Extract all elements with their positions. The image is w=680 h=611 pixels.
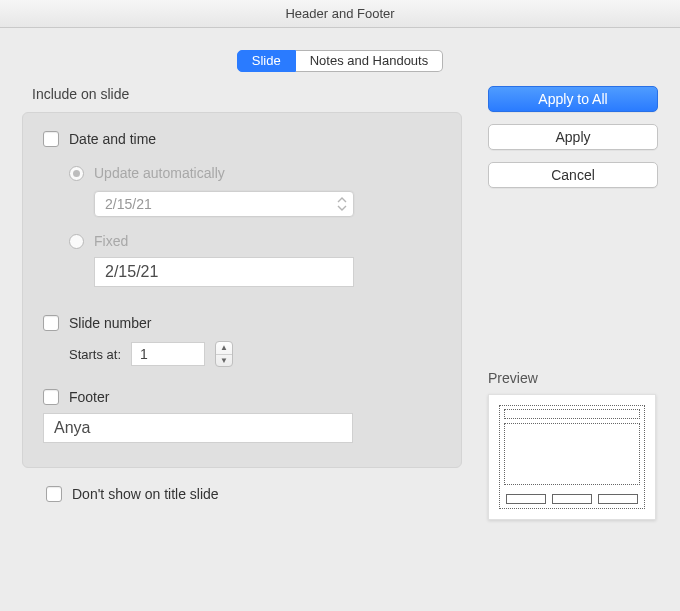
checkbox-date-time[interactable] (43, 131, 59, 147)
preview-date-placeholder (506, 494, 546, 504)
label-dont-show-title: Don't show on title slide (72, 486, 219, 502)
preview-label: Preview (488, 370, 658, 386)
checkbox-dont-show-title[interactable] (46, 486, 62, 502)
tab-bar: Slide Notes and Handouts (22, 50, 658, 72)
preview-thumbnail (488, 394, 656, 520)
label-slide-number: Slide number (69, 315, 152, 331)
label-starts-at: Starts at: (69, 347, 121, 362)
group-include-label: Include on slide (32, 86, 462, 102)
preview-footer-placeholder (552, 494, 592, 504)
preview-title-placeholder (504, 409, 640, 419)
input-footer-text[interactable] (43, 413, 353, 443)
apply-to-all-button[interactable]: Apply to All (488, 86, 658, 112)
label-date-time: Date and time (69, 131, 156, 147)
chevron-up-icon: ▲ (216, 342, 232, 355)
stepper-starts-at[interactable]: ▲ ▼ (215, 341, 233, 367)
select-auto-date-format[interactable]: 2/15/21 (94, 191, 354, 217)
checkbox-footer[interactable] (43, 389, 59, 405)
window-body: Slide Notes and Handouts Include on slid… (0, 28, 680, 540)
label-fixed: Fixed (94, 233, 128, 249)
label-footer: Footer (69, 389, 109, 405)
preview-number-placeholder (598, 494, 638, 504)
apply-button[interactable]: Apply (488, 124, 658, 150)
input-fixed-date[interactable] (94, 257, 354, 287)
radio-update-automatically[interactable] (69, 166, 84, 181)
tab-slide[interactable]: Slide (237, 50, 296, 72)
preview-body-placeholder (504, 423, 640, 485)
input-starts-at[interactable] (131, 342, 205, 366)
cancel-button[interactable]: Cancel (488, 162, 658, 188)
radio-fixed[interactable] (69, 234, 84, 249)
chevron-up-down-icon (337, 196, 347, 215)
label-update-automatically: Update automatically (94, 165, 225, 181)
chevron-down-icon: ▼ (216, 355, 232, 367)
window-title: Header and Footer (0, 0, 680, 28)
select-auto-date-value: 2/15/21 (105, 196, 152, 212)
checkbox-slide-number[interactable] (43, 315, 59, 331)
options-panel: Date and time Update automatically 2/15/… (22, 112, 462, 468)
tab-notes-handouts[interactable]: Notes and Handouts (296, 50, 444, 72)
